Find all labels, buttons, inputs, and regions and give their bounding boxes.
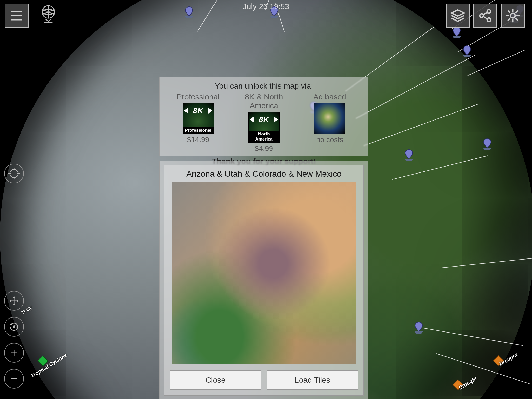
map-pin[interactable] xyxy=(413,321,424,334)
pin-leader xyxy=(468,50,525,76)
svg-line-20 xyxy=(483,16,487,19)
unlock-option-price: no costs xyxy=(298,136,361,144)
close-button[interactable]: Close xyxy=(170,370,261,390)
menu-icon xyxy=(9,8,24,23)
locate-button[interactable] xyxy=(4,164,24,183)
globe-mode-icon xyxy=(38,4,59,24)
load-tiles-button[interactable]: Load Tiles xyxy=(267,370,358,390)
zoom-out-button[interactable] xyxy=(4,369,24,389)
svg-line-19 xyxy=(483,12,487,15)
svg-point-22 xyxy=(10,169,18,178)
svg-marker-15 xyxy=(451,10,464,16)
time-label: July 26 19:53 xyxy=(243,2,289,11)
unlock-option-name: Professional xyxy=(167,92,229,101)
share-button[interactable] xyxy=(473,4,497,28)
share-icon xyxy=(477,8,493,23)
unlock-option-thumb: 8K North America xyxy=(248,112,280,143)
move-icon xyxy=(8,295,20,307)
pan-button[interactable] xyxy=(4,291,24,311)
svg-marker-8 xyxy=(415,331,423,334)
unlock-option-thumb: 8K Professional xyxy=(183,103,214,134)
layers-button[interactable] xyxy=(446,4,470,28)
unlock-option-professional[interactable]: Professional 8K Professional $14.99 xyxy=(167,92,229,153)
svg-point-29 xyxy=(13,325,15,328)
svg-point-21 xyxy=(510,13,515,18)
layers-icon xyxy=(450,8,466,23)
preview-title: Arizona & Utah & Colorado & New Mexico xyxy=(164,169,363,179)
unlock-option-price: $14.99 xyxy=(167,136,229,144)
unlock-option-name: Ad based xyxy=(298,92,361,101)
svg-marker-3 xyxy=(405,159,413,161)
unlock-option-ad-based[interactable]: Ad based no costs xyxy=(298,92,361,153)
preview-inner: Arizona & Utah & Colorado & New Mexico C… xyxy=(164,165,364,396)
app-stage: Tropical Cyclone Tr Cy Drought Drought J… xyxy=(0,0,532,399)
svg-marker-5 xyxy=(463,55,471,57)
crosshair-icon xyxy=(8,168,20,179)
svg-marker-1 xyxy=(270,16,278,18)
zoom-in-button[interactable] xyxy=(4,343,24,363)
rotate-button[interactable] xyxy=(4,317,24,337)
svg-marker-0 xyxy=(185,16,193,18)
unlock-option-price: $4.99 xyxy=(233,144,295,153)
map-pin[interactable] xyxy=(183,6,195,18)
preview-panel: Arizona & Utah & Colorado & New Mexico C… xyxy=(159,161,368,399)
gear-icon xyxy=(505,8,521,23)
rotate-icon xyxy=(8,321,20,332)
map-pin[interactable] xyxy=(482,138,493,150)
menu-button[interactable] xyxy=(5,4,29,28)
unlock-option-thumb xyxy=(314,103,345,134)
unlock-option-name: 8K & North America xyxy=(233,92,295,110)
unlock-option-8k-north-america[interactable]: 8K & North America 8K North America $4.9… xyxy=(233,92,295,153)
unlock-panel: You can unlock this map via: Professiona… xyxy=(159,77,368,156)
globe-mode-button[interactable] xyxy=(38,4,59,24)
preview-map-image xyxy=(172,182,356,364)
map-pin[interactable] xyxy=(451,26,462,38)
svg-marker-7 xyxy=(483,148,491,150)
settings-button[interactable] xyxy=(501,4,525,28)
svg-marker-30 xyxy=(10,323,12,325)
map-pin[interactable] xyxy=(403,149,415,161)
plus-icon xyxy=(8,347,20,358)
unlock-header: You can unlock this map via: xyxy=(160,82,368,90)
map-pin[interactable] xyxy=(461,45,473,57)
svg-marker-4 xyxy=(453,36,461,38)
minus-icon xyxy=(8,373,20,384)
